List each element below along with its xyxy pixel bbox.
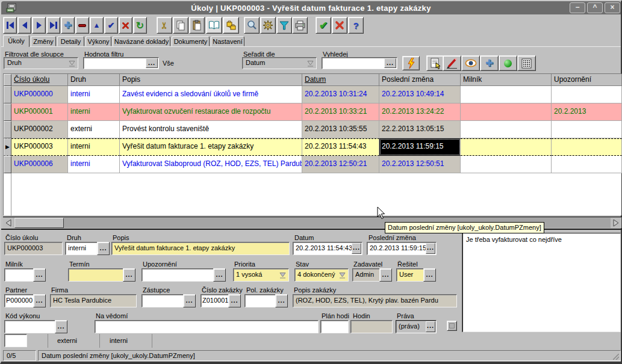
tab-zmeny[interactable]: Změny xyxy=(31,36,56,46)
cell-upozorneni[interactable] xyxy=(552,138,622,156)
column-header-milnik[interactable]: Milník xyxy=(461,74,552,86)
stav-select[interactable]: 4 dokončený xyxy=(294,268,349,282)
table-row-selected[interactable]: ▶ UKP000003 interni Vyřešit datum faktur… xyxy=(4,138,622,156)
bottom-tab-externi[interactable]: externi xyxy=(57,337,77,344)
add-button[interactable]: ✚ xyxy=(480,55,499,71)
milnik-field[interactable] xyxy=(4,268,34,282)
cell-upozorneni[interactable] xyxy=(552,156,622,173)
partner-field[interactable]: P000000 xyxy=(4,294,34,307)
plan-hodi-field[interactable] xyxy=(320,320,349,333)
cislo-ukolu-field[interactable]: UKP000003 xyxy=(4,242,63,255)
execute-search-button[interactable] xyxy=(402,56,420,70)
browse-book-button[interactable] xyxy=(206,17,222,34)
cell-popis[interactable]: Zavést evidenci a sledování úkolů ve fir… xyxy=(120,86,302,103)
cell-cislo-ukolu[interactable]: UKP000000 xyxy=(11,86,68,103)
bottom-tab-interni[interactable]: interni xyxy=(110,337,128,344)
cell-cislo-ukolu[interactable]: UKP000002 xyxy=(11,121,68,138)
resitel-field[interactable]: User xyxy=(396,268,424,282)
chevron-down-icon[interactable] xyxy=(305,59,315,67)
prior-record-button[interactable] xyxy=(17,17,31,34)
datum-dots-button[interactable]: ... xyxy=(352,243,361,254)
posledni-zmena-field[interactable]: 20.2.2013 11:59:15 ... xyxy=(367,242,437,255)
tab-nastaveni[interactable]: Nastavení xyxy=(211,36,244,46)
minimize-button[interactable]: − xyxy=(570,2,585,13)
cell-popis[interactable]: Vyřešit datum fakturace 1. etapy zakázky xyxy=(120,138,302,156)
row-selector-cell[interactable]: ▶ xyxy=(4,138,11,156)
termin-field[interactable] xyxy=(68,268,123,282)
tab-navazane-doklady[interactable]: Navázané doklady xyxy=(113,36,170,46)
termin-dots-button[interactable]: ... xyxy=(123,268,135,282)
zastupce-dots-button[interactable]: ... xyxy=(183,294,196,307)
cell-datum[interactable]: 20.2.2013 10:33:21 xyxy=(302,103,379,121)
zadavatel-field[interactable]: Admin xyxy=(352,268,380,282)
edit-highlight-button[interactable] xyxy=(443,55,461,71)
cut-button[interactable]: ✂ xyxy=(157,17,172,34)
pol-zakazky-dots-button[interactable]: ... xyxy=(275,294,288,307)
cell-druh[interactable]: interni xyxy=(68,156,120,173)
last-record-button[interactable] xyxy=(46,17,60,34)
post-record-button[interactable]: ✔ xyxy=(104,17,118,34)
cislo-zakazky-field[interactable]: Z010001 xyxy=(201,294,229,307)
cell-upozorneni[interactable] xyxy=(552,86,622,103)
storno-button[interactable] xyxy=(332,17,347,34)
maximize-button[interactable]: ^ xyxy=(587,2,603,13)
copy-button[interactable] xyxy=(173,17,188,34)
refresh-button[interactable]: ↻ xyxy=(133,17,147,34)
tab-dokumenty[interactable]: Dokumenty xyxy=(172,36,210,46)
filter-button[interactable] xyxy=(276,17,292,34)
hodin-field[interactable] xyxy=(350,320,393,333)
cell-milnik[interactable] xyxy=(461,121,552,138)
cancel-record-button[interactable] xyxy=(119,17,132,34)
priorita-select[interactable]: 1 vysoká xyxy=(233,268,289,282)
print-button[interactable] xyxy=(292,17,308,34)
column-header-upozorneni[interactable]: Upozornění xyxy=(552,74,622,86)
cell-popis[interactable]: Vyfakturovat ozvučení restaurace dle roz… xyxy=(120,103,302,121)
grid-view-button[interactable] xyxy=(517,55,536,71)
upozorneni-field[interactable] xyxy=(142,268,214,282)
druh-field[interactable]: interni xyxy=(65,242,98,255)
druh-dots-button[interactable]: ... xyxy=(97,242,110,255)
pol-zakazky-field[interactable] xyxy=(244,294,276,307)
cell-druh[interactable]: interni xyxy=(68,86,120,103)
cell-milnik[interactable] xyxy=(461,138,552,156)
column-header-datum[interactable]: Datum xyxy=(302,74,379,86)
kod-vykonu-dots-button[interactable]: ... xyxy=(55,320,67,333)
filter-value-input[interactable]: ... xyxy=(83,57,159,69)
chevron-down-icon[interactable] xyxy=(278,271,287,279)
resize-grip[interactable] xyxy=(613,354,619,360)
table-row[interactable]: UKP000001 interni Vyfakturovat ozvučení … xyxy=(4,103,622,121)
column-header-druh[interactable]: Druh xyxy=(68,74,120,86)
detail-toggle-button[interactable] xyxy=(447,321,457,331)
zastupce-field[interactable] xyxy=(142,294,184,307)
next-record-button[interactable] xyxy=(32,17,46,34)
table-row[interactable]: UKP000002 externi Provést kontrolu stave… xyxy=(4,121,622,138)
table-row[interactable]: UKP000000 interni Zavést evidenci a sled… xyxy=(4,86,622,103)
sort-select[interactable]: Datum xyxy=(242,57,317,69)
cell-datum[interactable]: 20.2.2013 10:31:24 xyxy=(302,86,379,103)
permissions-button[interactable] xyxy=(223,17,239,34)
cell-datum[interactable]: 20.2.2013 12:50:21 xyxy=(302,156,379,173)
column-header-cislo-ukolu[interactable]: Číslo úkolu xyxy=(11,74,68,86)
edit-record-button[interactable]: ▲ xyxy=(90,17,104,34)
column-header-posledni-zmena[interactable]: Poslední změna xyxy=(379,74,461,86)
tab-ukoly[interactable]: Úkoly xyxy=(3,35,30,47)
kod-vykonu-field[interactable] xyxy=(4,320,55,333)
popis-field[interactable]: Vyřešit datum fakturace 1. etapy zakázky xyxy=(111,242,290,255)
status-ball-button[interactable] xyxy=(499,55,517,71)
cell-datum[interactable]: 20.2.2013 11:54:43 xyxy=(302,138,379,156)
scroll-left-button[interactable] xyxy=(3,218,14,228)
row-selector-cell[interactable] xyxy=(4,121,11,138)
cell-popis[interactable]: Vyfakturovat Slaboproud (ROZ, HOD, EZS, … xyxy=(120,156,302,173)
milnik-dots-button[interactable]: ... xyxy=(33,268,46,282)
ok-button[interactable]: ✔ xyxy=(316,17,331,34)
cell-druh[interactable]: interni xyxy=(68,103,120,121)
resitel-dots-button[interactable]: ... xyxy=(423,268,436,282)
prava-field[interactable]: (práva) ... xyxy=(396,320,437,333)
cell-milnik[interactable] xyxy=(461,103,552,121)
delete-record-button[interactable] xyxy=(75,17,89,34)
datum-field[interactable]: 20.2.2013 11:54:43 ... xyxy=(293,242,362,255)
cell-druh[interactable]: interni xyxy=(68,138,120,156)
bottom-mini-field[interactable] xyxy=(4,334,27,347)
posledni-zmena-dots-button[interactable]: ... xyxy=(426,243,435,254)
scroll-right-button[interactable] xyxy=(611,218,621,228)
